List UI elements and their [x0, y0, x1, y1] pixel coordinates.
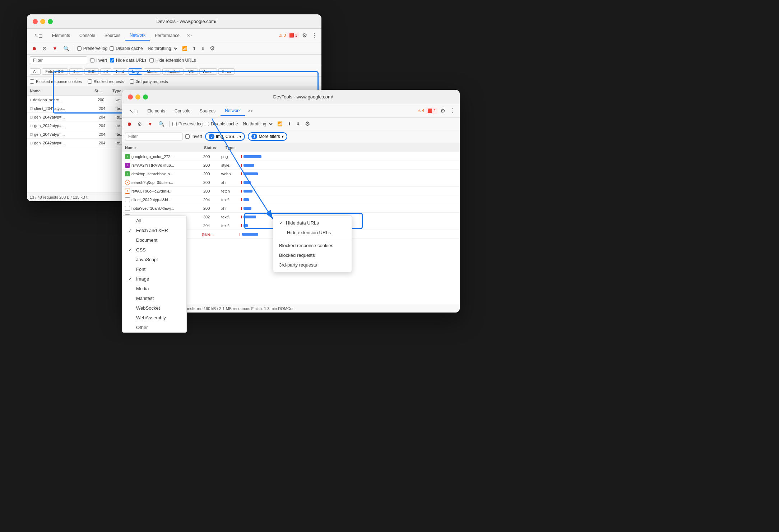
- dropdown-item-fetch[interactable]: ✓ Fetch and XHR: [122, 226, 186, 235]
- tab-console-2[interactable]: Console: [170, 106, 195, 116]
- table-row[interactable]: x search?q&cp=0&clien... 200 xhr: [122, 178, 460, 187]
- table-row[interactable]: s rs=AA2YrTtRVVd7lfu6... 200 style.: [122, 161, 460, 170]
- type-doc-1[interactable]: Doc: [69, 68, 83, 75]
- type-ws-1[interactable]: WS: [185, 68, 198, 75]
- search-button-1[interactable]: 🔍: [61, 45, 71, 52]
- invert-checkbox-1[interactable]: [90, 58, 94, 63]
- tab-more-2[interactable]: >>: [246, 107, 255, 115]
- dropdown-item-image[interactable]: ✓ Image: [122, 274, 186, 284]
- type-css-1[interactable]: CSS: [84, 68, 99, 75]
- type-other-1[interactable]: Other: [218, 68, 235, 75]
- preserve-log-label-2[interactable]: Preserve log: [172, 121, 203, 126]
- dropdown-item-doc[interactable]: Document: [122, 235, 186, 245]
- filter-icon-2[interactable]: ▼: [146, 120, 154, 128]
- type-img-1[interactable]: Img: [129, 68, 142, 75]
- dropdown-item-manifest[interactable]: Manifest: [122, 293, 186, 303]
- type-manifest-1[interactable]: Manifest: [162, 68, 184, 75]
- close-button-2[interactable]: [128, 94, 133, 100]
- dropdown-item-font[interactable]: Font: [122, 264, 186, 274]
- disable-cache-label-2[interactable]: Disable cache: [205, 121, 238, 126]
- preserve-log-checkbox-2[interactable]: [172, 122, 177, 126]
- hide-ext-label-1[interactable]: Hide extension URLs: [149, 58, 196, 63]
- record-button-2[interactable]: ⏺: [125, 120, 134, 128]
- minimize-button-1[interactable]: [40, 19, 45, 24]
- table-row[interactable]: i desktop_searchbox_s... 200 webp: [122, 170, 460, 178]
- clear-button-2[interactable]: ⊘: [136, 120, 144, 128]
- type-font-1[interactable]: Font: [113, 68, 127, 75]
- type-wasm-1[interactable]: Wasm: [199, 68, 217, 75]
- dropdown-item-other[interactable]: Other: [122, 323, 186, 332]
- settings-icon-2[interactable]: ⚙: [439, 106, 447, 116]
- search-button-2[interactable]: 🔍: [157, 120, 166, 128]
- download-icon-2[interactable]: ⬇: [295, 120, 301, 128]
- more-filters-pill[interactable]: 1 More filters ▾: [248, 132, 287, 141]
- maximize-button-2[interactable]: [143, 94, 148, 100]
- blocked-reqs-label-1[interactable]: Blocked requests: [88, 79, 124, 84]
- hide-data-urls-label-1[interactable]: Hide data URLs: [110, 58, 147, 63]
- tab-console-1[interactable]: Console: [75, 31, 99, 40]
- invert-label-2[interactable]: Invert: [185, 134, 202, 139]
- filter-icon-1[interactable]: ▼: [51, 45, 59, 52]
- type-js-1[interactable]: JS: [100, 68, 111, 75]
- mf-item-hide-ext-urls[interactable]: Hide extension URLs: [273, 228, 352, 237]
- type-filter-pill[interactable]: 3 Img, CSS... ▾: [205, 132, 245, 141]
- blocked-cookies-cb-1[interactable]: [30, 79, 34, 84]
- dropdown-item-websocket[interactable]: WebSocket: [122, 303, 186, 313]
- dropdown-item-css[interactable]: ✓ CSS: [122, 245, 186, 255]
- type-media-1[interactable]: Media: [144, 68, 161, 75]
- mf-item-blocked-reqs[interactable]: Blocked requests: [273, 250, 352, 260]
- filter-input-2[interactable]: [125, 133, 182, 140]
- hide-data-urls-checkbox-1[interactable]: [110, 58, 114, 63]
- tab-performance-1[interactable]: Performance: [150, 31, 184, 40]
- dropdown-item-all[interactable]: All: [122, 216, 186, 226]
- throttle-select-1[interactable]: No throttling: [145, 45, 178, 52]
- type-all-1[interactable]: All: [30, 68, 41, 75]
- upload-icon-2[interactable]: ⬆: [286, 120, 293, 128]
- dropdown-item-media[interactable]: Media: [122, 284, 186, 293]
- type-fetch-1[interactable]: Fetch/XHR: [42, 68, 68, 75]
- settings-icon-tb-2[interactable]: ⚙: [303, 119, 311, 129]
- minimize-button-2[interactable]: [135, 94, 140, 100]
- record-button-1[interactable]: ⏺: [30, 45, 38, 52]
- wifi-icon-2[interactable]: 📶: [276, 120, 284, 128]
- throttle-select-2[interactable]: No throttling: [240, 120, 274, 128]
- mf-item-third-party[interactable]: 3rd-party requests: [273, 260, 352, 270]
- blocked-reqs-cb-1[interactable]: [88, 79, 92, 84]
- tab-elements-1[interactable]: Elements: [48, 31, 74, 40]
- third-party-cb-1[interactable]: [130, 79, 134, 84]
- dropdown-item-js[interactable]: JavaScript: [122, 255, 186, 264]
- dropdown-item-webassembly[interactable]: WebAssembly: [122, 313, 186, 323]
- mf-item-blocked-cookies[interactable]: Blocked response cookies: [273, 241, 352, 250]
- tab-sources-1[interactable]: Sources: [100, 31, 125, 40]
- tab-sources-2[interactable]: Sources: [195, 106, 220, 116]
- third-party-label-1[interactable]: 3rd-party requests: [130, 79, 168, 84]
- maximize-button-1[interactable]: [48, 19, 53, 24]
- hide-ext-checkbox-1[interactable]: [149, 58, 154, 63]
- close-button-1[interactable]: [33, 19, 38, 24]
- tab-network-1[interactable]: Network: [125, 31, 150, 41]
- invert-checkbox-2[interactable]: [185, 134, 190, 139]
- table-row[interactable]: f rs=ACT90oHcZvdmH... 200 fetch: [122, 187, 460, 195]
- more-icon-1[interactable]: ⋮: [310, 31, 319, 40]
- settings-icon-tb-1[interactable]: ⚙: [208, 43, 216, 53]
- disable-cache-checkbox-2[interactable]: [205, 122, 209, 126]
- tab-elements-2[interactable]: Elements: [143, 106, 170, 116]
- invert-label-1[interactable]: Invert: [90, 58, 107, 63]
- preserve-log-checkbox-1[interactable]: [77, 46, 82, 51]
- tab-more-1[interactable]: >>: [185, 32, 194, 40]
- blocked-cookies-label-1[interactable]: Blocked response cookies: [30, 79, 82, 84]
- table-row[interactable]: client_204?atyp=i&bi... 204 text/.: [122, 195, 460, 204]
- download-icon-1[interactable]: ⬇: [200, 45, 206, 52]
- clear-button-1[interactable]: ⊘: [41, 45, 48, 52]
- table-row[interactable]: i googlelogo_color_272... 200 png: [122, 152, 460, 161]
- disable-cache-checkbox-1[interactable]: [110, 46, 114, 51]
- wifi-icon-1[interactable]: 📶: [181, 45, 189, 52]
- table-row[interactable]: hpba?vet=10ahUKEwj... 200 xhr: [122, 204, 460, 213]
- upload-icon-1[interactable]: ⬆: [191, 45, 198, 52]
- preserve-log-label-1[interactable]: Preserve log: [77, 46, 107, 51]
- mf-item-hide-data-urls[interactable]: ✓ Hide data URLs: [273, 218, 352, 228]
- more-icon-2[interactable]: ⋮: [448, 106, 457, 116]
- tab-network-2[interactable]: Network: [221, 106, 245, 116]
- filter-input-1[interactable]: [30, 56, 87, 64]
- settings-icon-1[interactable]: ⚙: [301, 31, 309, 40]
